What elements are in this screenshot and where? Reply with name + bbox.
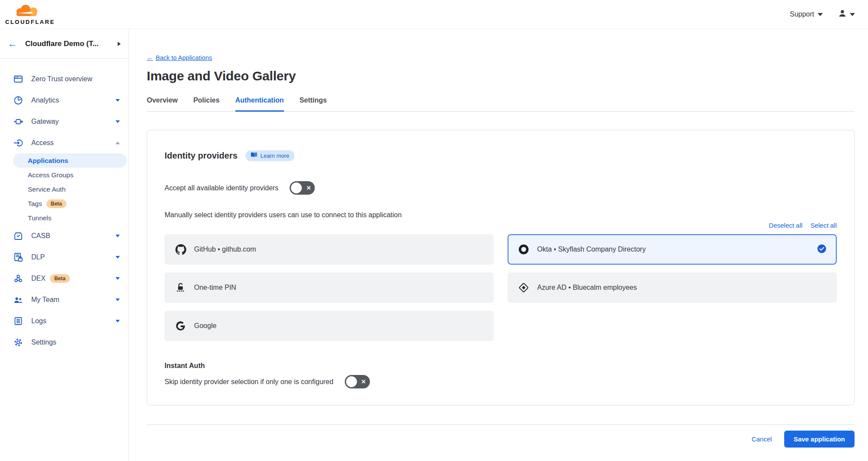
tab-settings[interactable]: Settings: [300, 96, 327, 111]
sidebar-item-label: CASB: [31, 232, 50, 240]
sidebar: ← Cloudflare Demo (T... Zero Trust overv…: [0, 29, 129, 461]
chevron-down-icon[interactable]: [116, 320, 120, 322]
toggle-off-x-icon: ✕: [306, 185, 311, 191]
tab-overview[interactable]: Overview: [147, 96, 178, 111]
sidebar-item-label: Applications: [28, 157, 68, 165]
pie-chart-icon: [13, 95, 23, 106]
sidebar-item-label: Tags: [28, 200, 42, 208]
chevron-down-icon[interactable]: [116, 256, 120, 259]
chevron-down-icon[interactable]: [116, 298, 120, 301]
sidebar-item-label: My Team: [31, 296, 59, 304]
sidebar-item-casb[interactable]: CASB: [0, 225, 129, 246]
document-lock-icon: [13, 252, 23, 262]
azure-ad-icon: [518, 282, 529, 293]
accept-all-label: Accept all available identity providers: [165, 184, 278, 192]
accept-all-toggle[interactable]: ✕: [290, 181, 315, 195]
sidebar-item-access-groups[interactable]: Access Groups: [13, 168, 129, 182]
sidebar-item-label: Zero Trust overview: [31, 75, 92, 83]
chevron-down-icon[interactable]: [116, 235, 120, 237]
github-icon: [175, 244, 186, 255]
user-avatar-icon: [838, 9, 847, 20]
account-switcher: ← Cloudflare Demo (T...: [0, 29, 129, 59]
toggle-knob: [346, 376, 357, 387]
people-icon: [13, 295, 23, 305]
beta-badge: Beta: [46, 199, 66, 208]
chevron-down-icon: [818, 13, 823, 16]
beta-badge: Beta: [50, 274, 70, 283]
sidebar-item-zero-trust-overview[interactable]: Zero Trust overview: [0, 68, 129, 90]
support-menu[interactable]: Support: [790, 10, 823, 18]
sidebar-item-label: Analytics: [31, 96, 59, 104]
select-all-link[interactable]: Select all: [810, 222, 837, 229]
gear-icon: [13, 337, 23, 348]
cancel-button[interactable]: Cancel: [752, 435, 772, 443]
toggle-knob: [291, 182, 302, 193]
gateway-icon: [13, 116, 23, 127]
learn-more-label: Learn more: [261, 153, 289, 159]
back-to-applications-link[interactable]: ← Back to Applications: [147, 54, 212, 61]
provider-tile-one-time-pin[interactable]: **** One-time PIN: [165, 272, 494, 303]
manual-select-label: Manually select identity providers users…: [165, 211, 837, 219]
sidebar-item-logs[interactable]: Logs: [0, 310, 129, 332]
sidebar-item-tags[interactable]: Tags Beta: [13, 196, 129, 211]
provider-name: GitHub • github.com: [194, 245, 256, 253]
svg-text:****: ****: [177, 289, 185, 293]
google-icon: [175, 320, 186, 332]
sidebar-item-service-auth[interactable]: Service Auth: [13, 182, 129, 196]
sidebar-item-tunnels[interactable]: Tunnels: [13, 211, 129, 225]
account-name: Cloudflare Demo (T...: [25, 40, 110, 48]
provider-name: Azure AD • Bluecalm employees: [537, 284, 637, 292]
card-heading: Identity providers: [165, 151, 238, 161]
instant-auth-toggle[interactable]: ✕: [345, 375, 370, 388]
back-link-label: Back to Applications: [156, 54, 212, 61]
sidebar-item-label: Settings: [31, 338, 56, 346]
sidebar-item-dex[interactable]: DEX Beta: [0, 268, 129, 289]
book-icon: [251, 152, 257, 159]
sidebar-item-label: Gateway: [31, 118, 59, 126]
provider-tile-github[interactable]: GitHub • github.com: [165, 234, 494, 265]
network-nodes-icon: [13, 273, 23, 284]
sidebar-item-analytics[interactable]: Analytics: [0, 90, 129, 111]
chevron-right-icon[interactable]: [118, 42, 121, 46]
save-application-button[interactable]: Save application: [784, 431, 855, 448]
provider-tile-okta[interactable]: Okta • Skyflash Company Directory: [508, 234, 837, 265]
tab-authentication[interactable]: Authentication: [235, 96, 284, 112]
back-arrow-icon: ←: [147, 54, 153, 61]
cloudflare-cloud-icon: [9, 4, 51, 20]
log-list-icon: [13, 316, 23, 326]
sidebar-item-my-team[interactable]: My Team: [0, 289, 129, 310]
support-label: Support: [790, 10, 814, 18]
sidebar-item-settings[interactable]: Settings: [0, 332, 129, 353]
topbar: CLOUDFLARE Support: [0, 0, 868, 29]
sidebar-item-label: Tunnels: [28, 214, 52, 222]
access-login-icon: [13, 138, 23, 148]
instant-auth-heading: Instant Auth: [165, 362, 837, 370]
sidebar-item-dlp[interactable]: DLP: [0, 246, 129, 268]
chevron-up-icon[interactable]: [116, 142, 120, 144]
chevron-down-icon: [850, 13, 855, 16]
learn-more-badge[interactable]: Learn more: [245, 150, 294, 161]
sidebar-item-gateway[interactable]: Gateway: [0, 111, 129, 132]
cloudflare-logo[interactable]: CLOUDFLARE: [5, 4, 55, 25]
sidebar-item-applications[interactable]: Applications: [13, 153, 127, 168]
sidebar-item-access[interactable]: Access: [0, 132, 129, 153]
back-arrow-icon[interactable]: ←: [8, 39, 17, 49]
chevron-down-icon[interactable]: [116, 277, 120, 280]
chevron-down-icon[interactable]: [116, 99, 120, 102]
provider-tile-google[interactable]: Google: [165, 311, 494, 341]
instant-auth-label: Skip identity provider selection if only…: [165, 378, 333, 386]
provider-name: One-time PIN: [194, 284, 236, 292]
tab-policies[interactable]: Policies: [193, 96, 219, 111]
provider-tile-azure-ad[interactable]: Azure AD • Bluecalm employees: [508, 272, 837, 303]
toggle-off-x-icon: ✕: [361, 378, 366, 385]
provider-grid: GitHub • github.com **** One-time PIN: [165, 234, 837, 341]
deselect-all-link[interactable]: Deselect all: [769, 222, 803, 229]
box-check-icon: [13, 231, 23, 241]
user-menu[interactable]: [838, 9, 855, 20]
sidebar-item-label: Access Groups: [28, 171, 73, 179]
sidebar-item-label: Logs: [31, 317, 46, 325]
identity-providers-card: Identity providers Learn more Accept all…: [147, 130, 855, 405]
one-time-pin-icon: ****: [175, 282, 186, 293]
chevron-down-icon[interactable]: [116, 120, 120, 123]
page-title: Image and Video Gallery: [147, 69, 855, 83]
